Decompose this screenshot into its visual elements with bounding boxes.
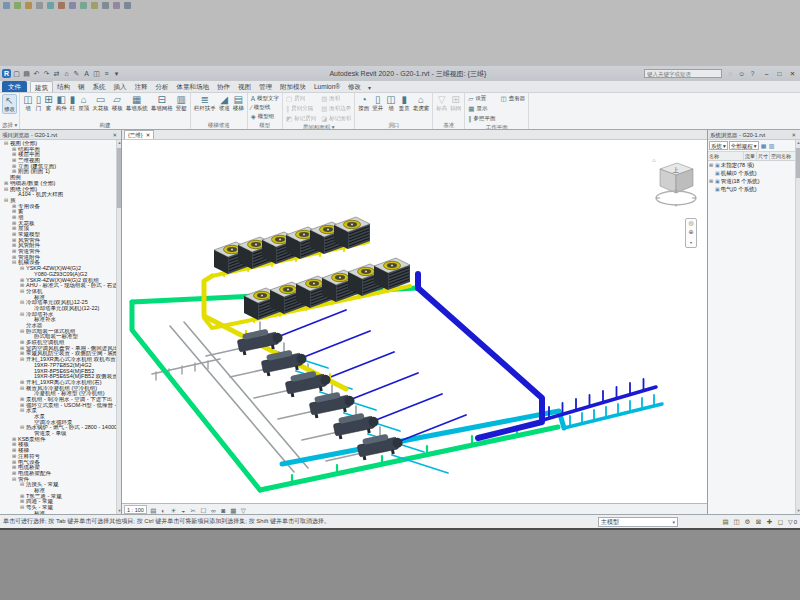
ribbon-button[interactable]: ▮柱: [69, 94, 77, 112]
tree-toggle-icon[interactable]: ⊟: [3, 141, 9, 147]
help-icon[interactable]: ?: [748, 69, 757, 78]
select-by-face-toggle-icon[interactable]: ◻: [776, 517, 785, 527]
ribbon-button[interactable]: ▱设置: [467, 94, 496, 103]
ribbon-button[interactable]: ⌂老虎窗: [412, 94, 431, 112]
tree-toggle-icon[interactable]: ⊟: [19, 300, 25, 306]
tree-toggle-icon[interactable]: ⊟: [19, 357, 25, 363]
desktop-menubar-icon[interactable]: [102, 2, 109, 9]
tree-toggle-icon[interactable]: ⊟: [19, 425, 25, 431]
system-browser-close-icon[interactable]: ✕: [789, 130, 798, 139]
ribbon-button[interactable]: ▤楼梯: [232, 94, 245, 112]
signin-user-icon[interactable]: ☺: [737, 69, 746, 78]
temporary-hide-icon[interactable]: ▦: [229, 505, 238, 514]
ribbon-tab[interactable]: 修改: [344, 81, 365, 92]
project-browser-scrollbar[interactable]: ▲▼: [116, 140, 121, 514]
navigation-bar[interactable]: ◎ ⊕ ▾: [685, 218, 697, 248]
thin-lines-icon[interactable]: ≡: [102, 69, 111, 78]
desktop-menubar-icon[interactable]: [47, 2, 54, 9]
system-row[interactable]: ▣ 电气(0 个系统): [708, 185, 800, 193]
autofit-columns-icon[interactable]: ▦: [760, 142, 768, 150]
view-tab-3d[interactable]: {三维} ✕: [124, 130, 154, 139]
project-browser-close-icon[interactable]: ✕: [110, 130, 119, 139]
crop-region-icon[interactable]: ☐: [199, 505, 208, 514]
ribbon-button[interactable]: ▨面积边界: [320, 104, 352, 113]
select-links-toggle-icon[interactable]: ⊠: [754, 517, 763, 527]
ribbon-button[interactable]: ↖修改: [2, 94, 17, 114]
ribbon-button[interactable]: ▦显示: [467, 104, 496, 113]
tree-toggle-icon[interactable]: ⊟: [11, 477, 17, 483]
view-tab-close-icon[interactable]: ✕: [146, 131, 151, 139]
close-button[interactable]: ✕: [787, 69, 798, 79]
tree-toggle-icon[interactable]: ⊟: [11, 260, 17, 266]
ribbon-button[interactable]: ▯竖井: [371, 94, 384, 112]
detail-level-icon[interactable]: ▤: [149, 505, 158, 514]
ribbon-button[interactable]: ⊞轴网: [449, 94, 462, 112]
ribbon-button[interactable]: ▧面积: [320, 94, 352, 103]
select-pinned-toggle-icon[interactable]: ✚: [765, 517, 774, 527]
desktop-menubar-icon[interactable]: [113, 2, 120, 9]
app-logo-icon[interactable]: R: [2, 69, 11, 78]
tree-toggle-icon[interactable]: ⊟: [19, 312, 25, 318]
scale-button[interactable]: 1 : 100: [124, 505, 147, 514]
redo-icon[interactable]: ↷: [42, 69, 51, 78]
file-tab[interactable]: 文件: [2, 81, 27, 92]
default-3d-view-icon[interactable]: ⌂: [62, 69, 71, 78]
open-icon[interactable]: ▢: [12, 69, 21, 78]
desktop-menubar-icon[interactable]: [3, 2, 10, 9]
desktop-menubar-icon[interactable]: [14, 2, 21, 9]
tree-toggle-icon[interactable]: ⊟: [19, 408, 25, 414]
ribbon-button[interactable]: ∥参照平面: [467, 114, 496, 123]
ribbon-button[interactable]: ▭天花板: [91, 94, 110, 112]
steering-wheel-icon[interactable]: ◎: [688, 220, 693, 227]
ribbon-tab[interactable]: 视图: [234, 81, 255, 92]
ribbon-button[interactable]: ◫墙: [22, 94, 33, 112]
tab-overflow-icon[interactable]: ▾: [365, 83, 374, 92]
ribbon-tab[interactable]: 结构: [53, 81, 74, 92]
system-row[interactable]: ▣ 机械(0 个系统): [708, 169, 800, 177]
system-row[interactable]: ⊞ ▣ 管道(18 个系统): [708, 177, 800, 185]
tree-toggle-icon[interactable]: ⊟: [19, 505, 25, 511]
ribbon-tab[interactable]: 管理: [255, 81, 276, 92]
system-browser-scrollbar[interactable]: ▲▼: [795, 140, 800, 514]
ribbon-tab[interactable]: Lumion®: [310, 81, 344, 92]
shadows-icon[interactable]: ◒: [179, 505, 188, 514]
ribbon-button[interactable]: ◔按面: [357, 94, 370, 112]
ribbon-button[interactable]: ▱楼板: [111, 94, 124, 112]
reveal-constraints-icon[interactable]: ▽: [239, 505, 248, 514]
ribbon-button[interactable]: ▥竖梃: [175, 94, 188, 112]
tree-item[interactable]: 标准: [1, 511, 121, 514]
viewcube[interactable]: ⌂ 上: [649, 154, 699, 214]
ribbon-tab[interactable]: 体量和场地: [173, 81, 214, 92]
ribbon-tab[interactable]: 钢: [74, 81, 89, 92]
text-icon[interactable]: A: [82, 69, 91, 78]
undo-icon[interactable]: ↶: [32, 69, 41, 78]
ribbon-button[interactable]: ◢坡道: [218, 94, 231, 112]
ribbon-button[interactable]: ◫查看器: [500, 94, 527, 103]
tree-toggle-icon[interactable]: ⊟: [19, 386, 25, 392]
ribbon-button[interactable]: ▦幕墙系统: [125, 94, 149, 112]
ribbon-tab[interactable]: 注释: [131, 81, 152, 92]
tree-toggle-icon[interactable]: ⊞: [708, 177, 714, 185]
ribbon-button[interactable]: ◩标记房间: [285, 114, 317, 123]
desktop-menubar-icon[interactable]: [124, 2, 131, 9]
tree-toggle-icon[interactable]: ⊟: [3, 198, 9, 204]
tree-toggle-icon[interactable]: ⊟: [19, 329, 25, 335]
sun-path-icon[interactable]: ☀: [169, 505, 178, 514]
pipes-cyan[interactable]: [272, 350, 662, 473]
desktop-menubar-icon[interactable]: [91, 2, 98, 9]
sync-central-icon[interactable]: ⇄: [52, 69, 61, 78]
ribbon-tab[interactable]: 附加模块: [276, 81, 310, 92]
ribbon-button[interactable]: A模型文字: [250, 94, 280, 103]
aligned-dimension-icon[interactable]: ✎: [72, 69, 81, 78]
ribbon-tab[interactable]: 分析: [152, 81, 173, 92]
navbar-expand-icon[interactable]: ▾: [690, 239, 692, 246]
discipline-select[interactable]: 全部规程▾: [729, 141, 759, 150]
desktop-menubar-icon[interactable]: [25, 2, 32, 9]
ribbon-tab[interactable]: 协作: [213, 81, 234, 92]
ribbon-button[interactable]: ▽标高: [435, 94, 448, 112]
ribbon-tab[interactable]: 插入: [110, 81, 131, 92]
column-settings-icon[interactable]: ▥: [768, 142, 776, 150]
desktop-menubar-icon[interactable]: [36, 2, 43, 9]
ribbon-button[interactable]: ▢房间: [285, 94, 317, 103]
help-search-input[interactable]: [644, 69, 722, 78]
